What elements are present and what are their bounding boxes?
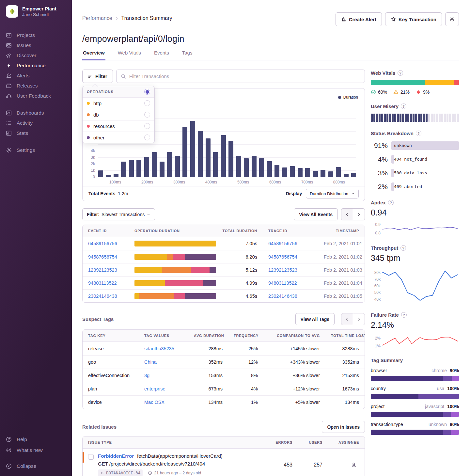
histogram-bar	[152, 152, 157, 177]
operation-radio[interactable]	[144, 135, 150, 140]
sidebar-collapse-label: Collapse	[17, 463, 36, 469]
trace-id-link[interactable]: 23024146438	[268, 294, 297, 299]
sidebar-item-activity[interactable]: Activity	[6, 118, 72, 128]
key-transaction-button[interactable]: Key Transaction	[385, 12, 442, 26]
tag-value-link[interactable]: sdaufhu35235	[144, 346, 174, 351]
question-circle-icon[interactable]: ?	[416, 131, 421, 136]
throughput-title: Throughput	[371, 245, 398, 251]
tag-value-link[interactable]: 3g	[144, 373, 149, 378]
trace-id-link[interactable]: 94803113522	[268, 280, 297, 286]
tab-overview[interactable]: Overview	[82, 50, 105, 60]
trace-id-link[interactable]: 12392123523	[268, 267, 297, 273]
view-all-events-button[interactable]: View All Events	[294, 208, 338, 220]
issue-type-link[interactable]: ForbiddenError	[98, 453, 134, 459]
trace-id-link[interactable]: 94587656754	[268, 254, 297, 260]
tag-summary-segment	[443, 376, 452, 381]
breadcrumb-performance[interactable]: Performance	[82, 15, 112, 21]
histogram-bar	[274, 165, 279, 177]
sidebar-item-projects[interactable]: Projects	[6, 30, 72, 40]
display-select[interactable]: Duration Distribution	[306, 189, 359, 198]
sidebar-item-discover[interactable]: Discover	[6, 50, 72, 60]
table-row: deviceMac OSX134ms1%+5% slower134ms	[83, 395, 365, 409]
person-icon[interactable]	[351, 462, 357, 468]
tag-summary-percent: 100%	[447, 386, 459, 391]
operation-radio[interactable]	[144, 123, 150, 129]
event-id-link[interactable]: 23024146438	[88, 294, 117, 299]
operation-segment	[134, 254, 167, 260]
sidebar-item-dashboards[interactable]: Dashboards	[6, 108, 72, 118]
y-axis-tick: 2k	[91, 162, 95, 166]
sidebar-item-settings[interactable]: Settings	[6, 145, 72, 155]
operations-all-radio[interactable]	[144, 89, 150, 95]
sidebar-item-issues[interactable]: Issues	[6, 40, 72, 50]
question-circle-icon[interactable]: ?	[400, 245, 406, 251]
operation-option-other[interactable]: other	[83, 132, 154, 143]
sidebar-item-help[interactable]: Help	[6, 434, 72, 445]
sidebar-item-performance[interactable]: Performance	[6, 60, 72, 71]
issue-checkbox[interactable]	[88, 454, 94, 460]
tag-value-link[interactable]: China	[144, 359, 157, 365]
tag-summary-value: javascript	[425, 404, 444, 409]
sidebar-item-user-feedback[interactable]: User Feedback	[6, 91, 72, 101]
filter-lines-icon	[88, 74, 93, 79]
throughput-section: Throughput? 345 tpm 80k 70k 60k 50k 40k	[371, 245, 459, 303]
operation-option-http[interactable]: http	[83, 97, 154, 109]
sidebar-item-label: Dashboards	[17, 110, 44, 116]
sidebar-item-what-s-new[interactable]: What's new	[6, 445, 72, 455]
event-id-link[interactable]: 12392123523	[88, 267, 117, 273]
misery-segment	[446, 114, 448, 122]
event-id-link[interactable]: 64589156756	[88, 241, 117, 246]
operation-option-db[interactable]: db	[83, 109, 154, 120]
tab-events[interactable]: Events	[153, 50, 170, 60]
sidebar-item-stats[interactable]: Stats	[6, 128, 72, 138]
sidebar-item-alerts[interactable]: Alerts	[6, 71, 72, 81]
tab-tags[interactable]: Tags	[181, 50, 193, 60]
search-input[interactable]	[129, 73, 360, 79]
status-label: 500 data_loss	[394, 170, 427, 175]
chevron-left-circle-icon	[6, 463, 12, 469]
failure-rate-title: Failure Rate	[371, 312, 399, 318]
histogram-bar	[182, 127, 187, 177]
event-id-link[interactable]: 94803113522	[88, 280, 117, 286]
events-next-button[interactable]	[353, 208, 365, 220]
operation-option-resources[interactable]: resources	[83, 120, 154, 132]
view-all-tags-button[interactable]: View All Tags	[295, 313, 335, 325]
tag-value-link[interactable]: enterprise	[144, 386, 165, 391]
tag-summary-percent: 80%	[450, 422, 459, 427]
sidebar-collapse-button[interactable]: Collapse	[6, 461, 72, 471]
tab-web-vitals[interactable]: Web Vitals	[117, 50, 142, 60]
org-switcher[interactable]: Empower Plant Jane Schmidt	[6, 5, 72, 18]
tag-value-cell: sdaufhu35235	[139, 346, 188, 351]
operation-radio[interactable]	[144, 112, 150, 118]
operation-segment	[203, 280, 216, 286]
sidebar-footer: HelpWhat's newCollapse	[6, 434, 72, 471]
events-table: EVENT IDOPERATION DURATIONTOTAL DURATION…	[82, 225, 365, 303]
open-in-issues-button[interactable]: Open in Issues	[322, 421, 365, 433]
question-circle-icon[interactable]: ?	[401, 312, 407, 318]
tag-summary-value: chrome	[431, 368, 447, 373]
suspect-tags-title: Suspect Tags	[82, 316, 114, 322]
events-filter-select[interactable]: Filter: Slowest Transactions	[82, 208, 155, 220]
question-circle-icon[interactable]: ?	[388, 200, 394, 205]
org-logo	[6, 5, 18, 18]
tag-summary-value: usa	[437, 386, 445, 391]
event-id-link[interactable]: 94587656754	[88, 254, 117, 260]
question-circle-icon[interactable]: ?	[398, 70, 403, 76]
tags-prev-button[interactable]	[341, 313, 353, 325]
trace-id-link[interactable]: 64589156756	[268, 241, 297, 246]
tag-key-cell: release	[83, 346, 139, 351]
operation-segment	[210, 267, 216, 273]
settings-gear-button[interactable]	[445, 12, 459, 26]
tag-summary-segment	[443, 430, 451, 435]
question-circle-icon[interactable]: ?	[401, 103, 406, 109]
sidebar-item-releases[interactable]: Releases	[6, 81, 72, 91]
tag-value-link[interactable]: Mac OSX	[144, 400, 164, 405]
operation-option-label: other	[93, 135, 141, 140]
create-alert-button[interactable]: Create Alert	[336, 12, 382, 26]
chart-legend[interactable]: Duration	[338, 95, 358, 100]
tags-next-button[interactable]	[353, 313, 365, 325]
filter-button[interactable]: Filter	[82, 70, 113, 83]
project-badge[interactable]: BOTANAVOICE-34	[98, 469, 143, 476]
operation-radio[interactable]	[144, 100, 150, 106]
events-prev-button[interactable]	[341, 208, 353, 220]
